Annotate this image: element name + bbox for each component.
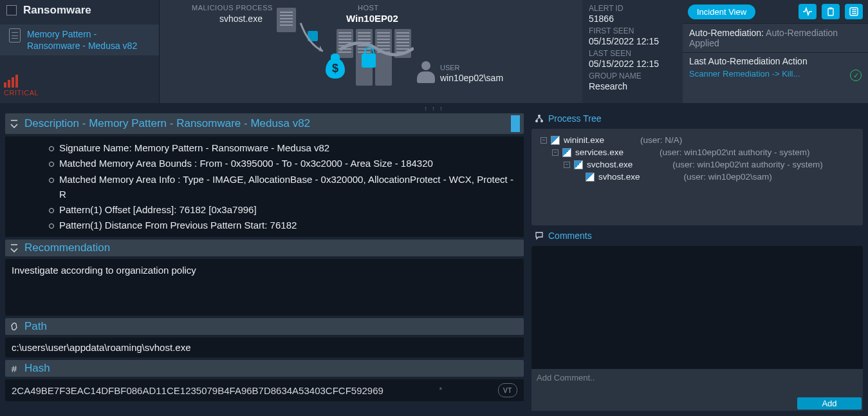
- process-tree-row[interactable]: − wininit.exe (user: N/A): [540, 135, 854, 145]
- document-icon: [9, 28, 21, 43]
- description-item: Matched Memory Area Bounds : From - 0x39…: [49, 156, 517, 171]
- recommendation-title: Recommendation: [24, 241, 110, 254]
- alert-title-row: Ransomware: [0, 0, 159, 21]
- description-body: Signature Name: Memory Pattern - Ransomw…: [5, 137, 524, 237]
- alert-id-label: ALERT ID: [589, 4, 676, 13]
- last-action-link[interactable]: Scanner Remediation -> Kill...: [689, 69, 862, 79]
- user-label: USER: [440, 64, 460, 71]
- path-body: c:\users\user\appdata\roaming\svhost.exe: [5, 337, 524, 357]
- description-item: Pattern(1) Distance From Previous Patter…: [49, 218, 517, 232]
- virustotal-badge[interactable]: VT: [498, 383, 517, 397]
- process-tree-body: − wininit.exe (user: N/A) − services.exe…: [531, 129, 863, 225]
- add-comment-area: Add: [531, 369, 863, 411]
- path-title: Path: [24, 320, 47, 333]
- clipboard-icon-button[interactable]: [822, 4, 840, 19]
- process-tree-row[interactable]: svhost.exe (user: win10ep02\sam): [540, 172, 854, 182]
- description-header[interactable]: Description - Memory Pattern - Ransomwar…: [5, 113, 524, 134]
- lock-icon: [362, 53, 376, 68]
- hash-value: 2CA49BE7F3EAC14DFBF086AD11CE1235079B4FA9…: [12, 385, 383, 396]
- last-action-row: Last Auto-Remediation Action Scanner Rem…: [683, 52, 868, 82]
- remediation-panel: Incident View Auto-Remediation: Auto-Rem…: [683, 0, 868, 103]
- alert-title: Ransomware: [23, 4, 91, 17]
- alert-list-panel: Ransomware Memory Pattern - Ransomware -…: [0, 0, 160, 103]
- select-checkbox[interactable]: [6, 5, 17, 15]
- last-seen-value: 05/15/2022 12:15: [589, 59, 676, 69]
- comments-title: Comments: [548, 231, 592, 241]
- star-icon[interactable]: *: [439, 386, 443, 395]
- collapse-toggle-icon[interactable]: −: [564, 162, 570, 168]
- path-header[interactable]: Path: [5, 318, 524, 335]
- last-action-label: Last Auto-Remediation Action: [689, 56, 862, 66]
- process-icon: [562, 148, 571, 157]
- group-label: GROUP NAME: [589, 71, 676, 80]
- comment-icon: [534, 231, 544, 241]
- severity-label: CRITICAL: [4, 89, 155, 97]
- last-seen-label: LAST SEEN: [589, 49, 676, 58]
- process-icon: [551, 136, 560, 145]
- host-label: HOST: [358, 4, 379, 12]
- collapse-arrow-icon: [9, 118, 19, 129]
- success-check-icon: ✓: [850, 70, 862, 81]
- detection-item-label: Memory Pattern - Ransomware - Medusa v82: [27, 28, 150, 52]
- malicious-process-name: svhost.exe: [219, 14, 263, 24]
- collapse-toggle-icon[interactable]: −: [540, 137, 547, 144]
- comments-body: Add: [531, 246, 863, 411]
- add-comment-button[interactable]: Add: [797, 397, 862, 410]
- collapse-handle[interactable]: ↑ ↑ ↑: [0, 103, 868, 113]
- process-tree-title: Process Tree: [548, 113, 601, 124]
- process-tree-header[interactable]: Process Tree: [531, 113, 863, 124]
- recommendation-body: Investigate according to organization po…: [5, 259, 524, 316]
- activity-icon-button[interactable]: [799, 4, 817, 19]
- user-icon: [417, 61, 435, 83]
- hash-icon: #: [9, 363, 19, 373]
- first-seen-label: FIRST SEEN: [589, 26, 676, 35]
- link-icon: [9, 321, 19, 332]
- svg-point-7: [535, 120, 538, 122]
- malicious-process-label: MALICIOUS PROCESS: [192, 4, 273, 12]
- comments-header[interactable]: Comments: [531, 231, 863, 241]
- description-list: Signature Name: Memory Pattern - Ransomw…: [12, 140, 517, 233]
- alert-info-column: ALERT ID 51866 FIRST SEEN 05/15/2022 12:…: [582, 0, 683, 103]
- description-item: Matched Memory Area Info : Type - IMAGE,…: [49, 172, 517, 202]
- ransom-icon: $: [326, 58, 345, 79]
- auto-remediation-row: Auto-Remediation: Auto-Remediation Appli…: [683, 23, 868, 52]
- scroll-indicator[interactable]: [511, 115, 520, 132]
- recommendation-header[interactable]: Recommendation: [5, 240, 524, 256]
- collapse-toggle-icon[interactable]: −: [552, 149, 559, 156]
- incident-view-button[interactable]: Incident View: [688, 5, 755, 19]
- process-file-icon: [277, 8, 296, 32]
- svg-rect-0: [828, 8, 833, 15]
- process-tree-row[interactable]: − services.exe (user: win10ep02\nt autho…: [540, 147, 854, 157]
- description-item: Signature Name: Memory Pattern - Ransomw…: [49, 140, 517, 155]
- process-icon: [574, 160, 583, 169]
- process-icon: [586, 173, 595, 182]
- host-name: Win10EP02: [346, 13, 398, 24]
- process-tree-row[interactable]: − svchost.exe (user: win10ep02\nt author…: [540, 160, 854, 169]
- description-item: Pattern(1) Offset [Address]: 76182 [0x3a…: [49, 202, 517, 217]
- list-icon-button[interactable]: [845, 4, 863, 19]
- svg-rect-1: [829, 8, 832, 10]
- group-value: Research: [589, 81, 676, 91]
- first-seen-value: 05/15/2022 12:15: [589, 36, 676, 46]
- severity-indicator: CRITICAL: [0, 75, 159, 103]
- alert-id-value: 51866: [589, 14, 676, 24]
- alert-overview-panel: MALICIOUS PROCESS svhost.exe HOST Win10E…: [160, 0, 683, 103]
- action-button-row: Incident View: [683, 0, 868, 23]
- svg-point-8: [540, 120, 543, 122]
- hash-header[interactable]: # Hash: [5, 360, 524, 377]
- hash-body: 2CA49BE7F3EAC14DFBF086AD11CE1235079B4FA9…: [5, 379, 524, 401]
- severity-bars-icon: [4, 75, 18, 88]
- auto-remediation-label: Auto-Remediation:: [689, 28, 764, 38]
- comment-input[interactable]: [531, 369, 863, 395]
- svg-point-6: [538, 115, 540, 117]
- user-name: win10ep02\sam: [440, 73, 503, 83]
- tree-icon: [534, 113, 544, 124]
- detection-item[interactable]: Memory Pattern - Ransomware - Medusa v82: [0, 24, 159, 55]
- collapse-arrow-icon: [9, 243, 19, 253]
- infographic: MALICIOUS PROCESS svhost.exe HOST Win10E…: [160, 0, 582, 103]
- hash-title: Hash: [24, 362, 50, 375]
- description-title: Description - Memory Pattern - Ransomwar…: [24, 117, 310, 130]
